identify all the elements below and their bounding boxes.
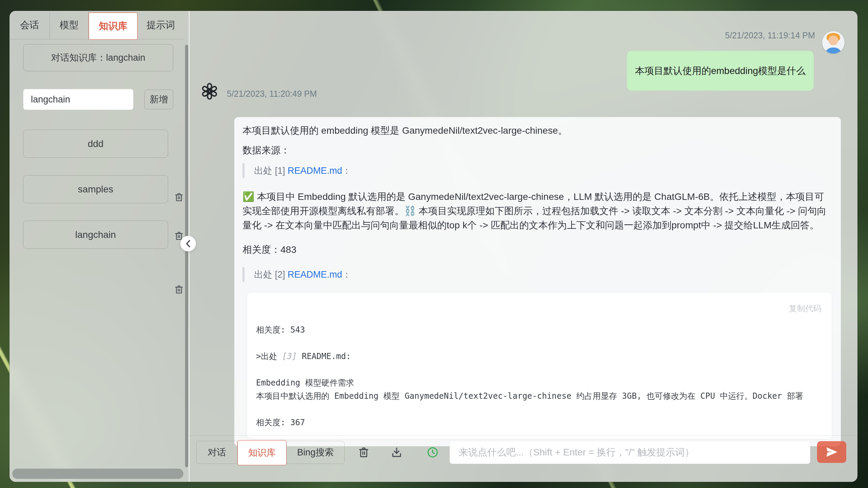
assistant-paragraph: ✅ 本项目中 Embedding 默认选用的是 GanymedeNil/text…: [242, 190, 833, 232]
paper-plane-icon: [825, 446, 838, 458]
source-quote-1: 出处 [1] README.md：: [242, 163, 833, 178]
sidebar-horizontal-scrollbar[interactable]: [12, 469, 183, 479]
toolbar-divider: [189, 435, 857, 436]
data-source-label: 数据来源：: [242, 143, 833, 157]
add-kb-button[interactable]: 新增: [144, 90, 173, 109]
kb-list-item-langchain[interactable]: langchain: [23, 221, 168, 249]
avatar-face: [829, 36, 838, 45]
assistant-paragraph: 本项目默认使用的 embedding 模型是 GanymedeNil/text2…: [242, 124, 833, 138]
current-knowledge-base-label: 对话知识库：langchain: [23, 44, 173, 71]
clock-history-icon[interactable]: [427, 446, 439, 458]
code-line: 相关度: 543: [256, 325, 305, 335]
quote-suffix: ：: [342, 269, 351, 280]
kb-list-item-samples[interactable]: samples: [23, 175, 168, 203]
kb-list-item-ddd[interactable]: ddd: [23, 130, 168, 158]
assistant-message-card: 本项目默认使用的 embedding 模型是 GanymedeNil/text2…: [234, 117, 841, 446]
mode-bing-search[interactable]: Bing搜索: [287, 441, 344, 464]
code-block: 复制代码 相关度: 543 >出处 [3] README.md: Embeddi…: [247, 293, 832, 439]
source-quote-2: 出处 [2] README.md：: [242, 267, 833, 282]
send-button[interactable]: [817, 441, 846, 463]
tab-model[interactable]: 模型: [50, 11, 89, 39]
quote-suffix: ：: [342, 166, 351, 176]
relevance-score: 相关度：483: [242, 243, 833, 257]
sidebar-collapse-button[interactable]: [180, 236, 196, 251]
code-ref: [3]: [282, 352, 297, 361]
tab-conversation[interactable]: 会话: [10, 11, 50, 39]
chat-mode-switcher: 对话 知识库 Bing搜索: [196, 441, 345, 464]
tab-prompts[interactable]: 提示词: [138, 11, 184, 39]
app-panel: 会话 模型 知识库 提示词 对话知识库：langchain 新增 ddd sam…: [10, 11, 857, 482]
readme-link[interactable]: README.md: [288, 269, 342, 280]
trash-icon[interactable]: [174, 192, 184, 202]
message-input[interactable]: [450, 441, 810, 464]
sidebar-tab-bar: 会话 模型 知识库 提示词: [10, 11, 184, 39]
code-line: 相关度: 367: [256, 418, 305, 427]
code-line: Embedding 模型硬件需求: [256, 378, 354, 388]
code-line: README.md:: [297, 352, 351, 361]
user-message-bubble: 本项目默认使用的embedding模型是什么: [627, 51, 814, 91]
copy-code-button[interactable]: 复制代码: [789, 304, 821, 313]
trash-icon[interactable]: [174, 284, 184, 295]
clear-history-trash-icon[interactable]: [358, 446, 370, 458]
code-content: 相关度: 543 >出处 [3] README.md: Embedding 模型…: [256, 323, 821, 429]
chevron-left-icon: [185, 240, 191, 247]
kb-name-input[interactable]: [23, 89, 133, 110]
quote-prefix: 出处 [1]: [254, 166, 288, 176]
assistant-message-timestamp: 5/21/2023, 11:20:49 PM: [227, 89, 317, 99]
readme-link[interactable]: README.md: [288, 166, 342, 176]
quote-bar: [242, 163, 245, 178]
avatar-shirt: [825, 48, 842, 54]
user-avatar: [822, 31, 845, 54]
mode-knowledge-base[interactable]: 知识库: [237, 440, 287, 465]
mode-dialogue[interactable]: 对话: [197, 441, 237, 464]
openai-logo-icon: [201, 83, 218, 100]
code-line: 本项目中默认选用的 Embedding 模型 GanymedeNil/text2…: [256, 391, 803, 401]
quote-bar: [242, 267, 245, 282]
code-line: >出处: [256, 352, 282, 361]
sidebar-vertical-scrollbar[interactable]: [185, 45, 188, 467]
user-message-timestamp: 5/21/2023, 11:19:14 PM: [655, 31, 815, 40]
download-export-icon[interactable]: [391, 446, 403, 458]
tab-knowledge-base[interactable]: 知识库: [89, 13, 138, 40]
quote-prefix: 出处 [2]: [254, 269, 288, 280]
